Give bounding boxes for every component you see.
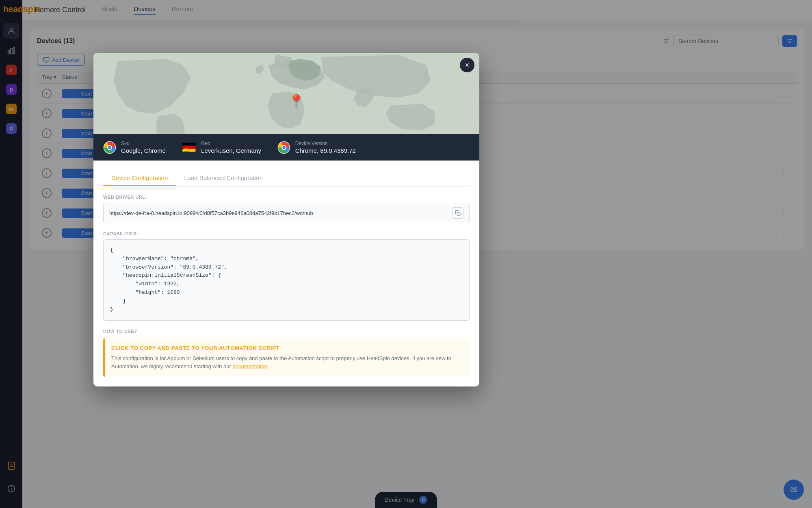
tab-device-configuration[interactable]: Device Configuration <box>103 170 176 186</box>
how-to-label: HOW TO USE? <box>103 329 470 334</box>
version-info: Device Version Chrome, 89.0.4389.72 <box>277 141 356 154</box>
geo-info: 🇩🇪 Geo Leverkusen, Germany <box>182 141 261 154</box>
svg-point-21 <box>108 146 111 149</box>
modal-device-info-bar: Sku Google, Chrome 🇩🇪 Geo Leverkusen, Ge… <box>93 134 479 161</box>
copy-url-button[interactable] <box>452 207 463 219</box>
chrome-icon <box>103 141 116 154</box>
documentation-link[interactable]: documentation <box>232 363 267 369</box>
web-driver-url-field: https://dev-de-fra-0.headspin.io:9099/v0… <box>103 203 470 223</box>
how-to-text: This configuration is for Appium or Sele… <box>111 354 463 370</box>
german-flag: 🇩🇪 <box>182 141 196 154</box>
modal-body: Device Configuration Load Balanced Confi… <box>93 161 479 386</box>
modal-tab-bar: Device Configuration Load Balanced Confi… <box>103 170 470 187</box>
how-to-title: CLICK TO COPY AND PASTE TO YOUR AUTOMATI… <box>111 345 463 351</box>
web-driver-url-label: WEB DRIVER URL: <box>103 195 470 200</box>
device-config-modal: 📍 × Sku Google, Chrome <box>93 53 479 386</box>
modal-map: 📍 × <box>93 53 479 134</box>
tab-load-balanced-configuration[interactable]: Load Balanced Configuration <box>176 170 271 186</box>
sku-info: Sku Google, Chrome <box>103 141 166 154</box>
close-modal-button[interactable]: × <box>460 58 474 72</box>
capabilities-label: CAPABILITIES: <box>103 231 470 236</box>
chrome-version-icon <box>277 141 290 154</box>
svg-point-24 <box>282 146 286 149</box>
world-map-svg <box>93 53 479 134</box>
map-pin: 📍 <box>288 93 305 109</box>
capabilities-box: { "browserName": "chrome", "browserVersi… <box>103 239 470 321</box>
svg-rect-25 <box>457 212 460 215</box>
how-to-box: CLICK TO COPY AND PASTE TO YOUR AUTOMATI… <box>103 339 470 377</box>
